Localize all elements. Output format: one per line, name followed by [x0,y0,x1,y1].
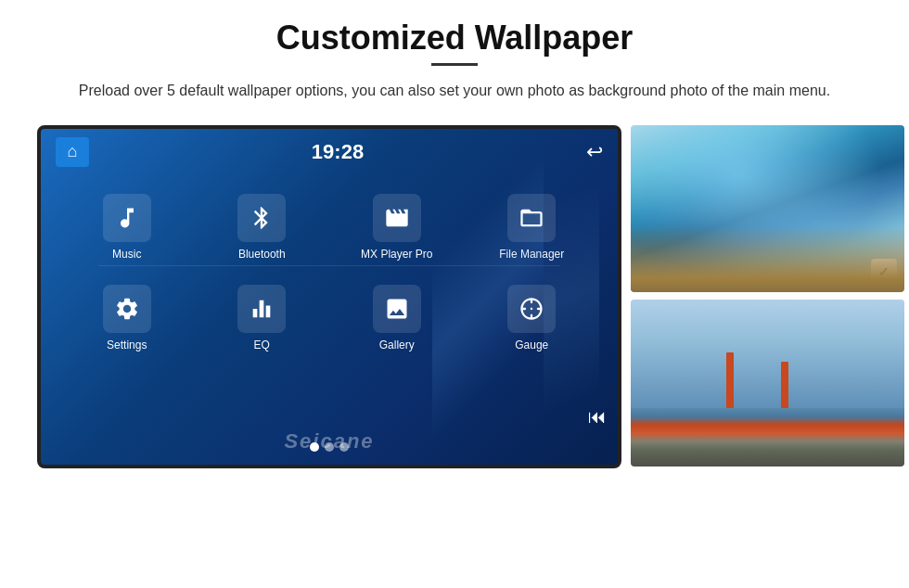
skip-button[interactable]: ⏮ [588,406,607,428]
video-player-icon [373,194,421,242]
gallery-label: Gallery [379,339,415,352]
folder-icon [507,194,556,242]
app-grid-row2: Settings EQ Gallery [41,266,618,356]
app-eq[interactable]: EQ [195,275,330,356]
title-underline [431,63,478,66]
photo-overlay-icon: ✓ [871,259,897,285]
nav-dots [310,442,349,452]
photos-column: ✓ [631,125,904,467]
bridge-tower-right [781,362,788,408]
app-mxplayer[interactable]: MX Player Pro [329,185,465,265]
time-display: 19:28 [312,140,364,164]
gallery-icon [373,285,421,333]
bridge-tower-left [726,352,734,408]
mxplayer-label: MX Player Pro [361,248,432,261]
gauge-icon [507,285,556,333]
filemanager-label: File Manager [499,248,564,261]
page-subtitle: Preload over 5 default wallpaper options… [79,79,830,103]
music-icon [103,194,151,242]
settings-label: Settings [107,339,147,352]
car-screen: ⌂ 19:28 ↩ Music [37,125,621,468]
app-gauge[interactable]: Gauge [465,275,600,356]
eq-label: EQ [254,339,270,352]
home-button[interactable]: ⌂ [56,137,89,167]
app-grid-row1: Music Bluetooth MX Player Pro [41,175,618,265]
ice-cave-photo: ✓ [631,125,904,292]
music-label: Music [112,248,141,261]
top-bar: ⌂ 19:28 ↩ [41,129,618,175]
bluetooth-icon [237,194,286,242]
eq-icon [237,285,286,333]
back-icon[interactable]: ↩ [586,140,603,164]
page: Customized Wallpaper Preload over 5 defa… [0,0,909,588]
gauge-label: Gauge [515,339,548,352]
bridge-photo [631,300,904,467]
app-bluetooth[interactable]: Bluetooth [195,185,330,265]
dot-2[interactable] [325,442,334,452]
page-title: Customized Wallpaper [276,19,634,58]
app-gallery[interactable]: Gallery [329,275,465,356]
car-screen-inner: ⌂ 19:28 ↩ Music [41,129,618,465]
dot-1[interactable] [310,442,319,452]
app-settings[interactable]: Settings [59,275,195,356]
home-icon: ⌂ [68,142,78,161]
content-row: ⌂ 19:28 ↩ Music [37,125,872,468]
dot-3[interactable] [339,442,349,452]
bluetooth-label: Bluetooth [238,248,286,261]
settings-icon [103,285,151,333]
app-filemanager[interactable]: File Manager [465,185,600,265]
app-music[interactable]: Music [59,185,195,265]
